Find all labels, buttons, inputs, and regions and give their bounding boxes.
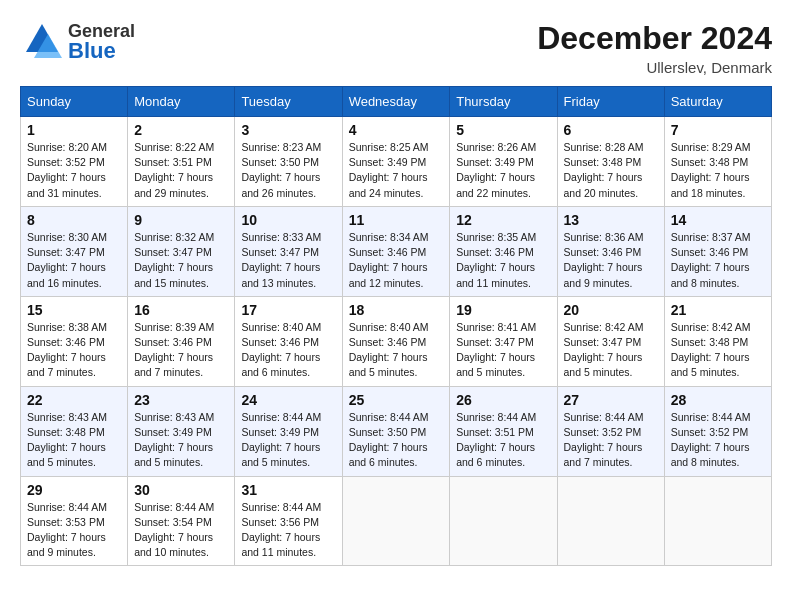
calendar-cell (557, 476, 664, 566)
month-title: December 2024 (537, 20, 772, 57)
weekday-header-thursday: Thursday (450, 87, 557, 117)
weekday-header-wednesday: Wednesday (342, 87, 450, 117)
calendar-cell: 17Sunrise: 8:40 AMSunset: 3:46 PMDayligh… (235, 296, 342, 386)
day-number: 30 (134, 482, 228, 498)
day-number: 17 (241, 302, 335, 318)
day-number: 6 (564, 122, 658, 138)
day-info: Sunrise: 8:32 AMSunset: 3:47 PMDaylight:… (134, 230, 228, 291)
calendar-cell: 21Sunrise: 8:42 AMSunset: 3:48 PMDayligh… (664, 296, 771, 386)
day-info: Sunrise: 8:20 AMSunset: 3:52 PMDaylight:… (27, 140, 121, 201)
day-info: Sunrise: 8:44 AMSunset: 3:56 PMDaylight:… (241, 500, 335, 561)
calendar-cell: 4Sunrise: 8:25 AMSunset: 3:49 PMDaylight… (342, 117, 450, 207)
calendar-cell: 6Sunrise: 8:28 AMSunset: 3:48 PMDaylight… (557, 117, 664, 207)
day-number: 16 (134, 302, 228, 318)
day-info: Sunrise: 8:23 AMSunset: 3:50 PMDaylight:… (241, 140, 335, 201)
day-info: Sunrise: 8:37 AMSunset: 3:46 PMDaylight:… (671, 230, 765, 291)
weekday-header-friday: Friday (557, 87, 664, 117)
day-number: 14 (671, 212, 765, 228)
day-info: Sunrise: 8:33 AMSunset: 3:47 PMDaylight:… (241, 230, 335, 291)
calendar-cell: 12Sunrise: 8:35 AMSunset: 3:46 PMDayligh… (450, 206, 557, 296)
day-info: Sunrise: 8:22 AMSunset: 3:51 PMDaylight:… (134, 140, 228, 201)
day-info: Sunrise: 8:44 AMSunset: 3:54 PMDaylight:… (134, 500, 228, 561)
day-info: Sunrise: 8:44 AMSunset: 3:53 PMDaylight:… (27, 500, 121, 561)
day-info: Sunrise: 8:44 AMSunset: 3:52 PMDaylight:… (671, 410, 765, 471)
calendar-cell: 26Sunrise: 8:44 AMSunset: 3:51 PMDayligh… (450, 386, 557, 476)
day-number: 20 (564, 302, 658, 318)
logo: General Blue (20, 20, 135, 64)
calendar-table: SundayMondayTuesdayWednesdayThursdayFrid… (20, 86, 772, 566)
day-info: Sunrise: 8:40 AMSunset: 3:46 PMDaylight:… (349, 320, 444, 381)
day-number: 15 (27, 302, 121, 318)
calendar-cell: 27Sunrise: 8:44 AMSunset: 3:52 PMDayligh… (557, 386, 664, 476)
calendar-cell: 1Sunrise: 8:20 AMSunset: 3:52 PMDaylight… (21, 117, 128, 207)
day-number: 29 (27, 482, 121, 498)
day-number: 7 (671, 122, 765, 138)
calendar-cell: 28Sunrise: 8:44 AMSunset: 3:52 PMDayligh… (664, 386, 771, 476)
day-info: Sunrise: 8:41 AMSunset: 3:47 PMDaylight:… (456, 320, 550, 381)
weekday-header-monday: Monday (128, 87, 235, 117)
logo-icon (20, 20, 64, 64)
logo-blue-text: Blue (68, 40, 135, 62)
calendar-week-row: 15Sunrise: 8:38 AMSunset: 3:46 PMDayligh… (21, 296, 772, 386)
day-number: 5 (456, 122, 550, 138)
day-info: Sunrise: 8:44 AMSunset: 3:50 PMDaylight:… (349, 410, 444, 471)
location-subtitle: Ullerslev, Denmark (537, 59, 772, 76)
day-number: 9 (134, 212, 228, 228)
day-info: Sunrise: 8:30 AMSunset: 3:47 PMDaylight:… (27, 230, 121, 291)
weekday-header-sunday: Sunday (21, 87, 128, 117)
calendar-cell: 23Sunrise: 8:43 AMSunset: 3:49 PMDayligh… (128, 386, 235, 476)
calendar-cell: 15Sunrise: 8:38 AMSunset: 3:46 PMDayligh… (21, 296, 128, 386)
calendar-cell (664, 476, 771, 566)
day-number: 24 (241, 392, 335, 408)
day-number: 22 (27, 392, 121, 408)
day-number: 2 (134, 122, 228, 138)
day-number: 21 (671, 302, 765, 318)
weekday-header-tuesday: Tuesday (235, 87, 342, 117)
calendar-week-row: 29Sunrise: 8:44 AMSunset: 3:53 PMDayligh… (21, 476, 772, 566)
calendar-cell: 14Sunrise: 8:37 AMSunset: 3:46 PMDayligh… (664, 206, 771, 296)
day-info: Sunrise: 8:44 AMSunset: 3:52 PMDaylight:… (564, 410, 658, 471)
calendar-cell: 7Sunrise: 8:29 AMSunset: 3:48 PMDaylight… (664, 117, 771, 207)
day-number: 13 (564, 212, 658, 228)
day-number: 3 (241, 122, 335, 138)
calendar-cell (450, 476, 557, 566)
day-info: Sunrise: 8:44 AMSunset: 3:51 PMDaylight:… (456, 410, 550, 471)
calendar-cell: 11Sunrise: 8:34 AMSunset: 3:46 PMDayligh… (342, 206, 450, 296)
day-number: 26 (456, 392, 550, 408)
calendar-cell: 10Sunrise: 8:33 AMSunset: 3:47 PMDayligh… (235, 206, 342, 296)
calendar-cell (342, 476, 450, 566)
calendar-cell: 3Sunrise: 8:23 AMSunset: 3:50 PMDaylight… (235, 117, 342, 207)
calendar-cell: 22Sunrise: 8:43 AMSunset: 3:48 PMDayligh… (21, 386, 128, 476)
page-header: General Blue December 2024 Ullerslev, De… (20, 20, 772, 76)
day-info: Sunrise: 8:44 AMSunset: 3:49 PMDaylight:… (241, 410, 335, 471)
day-info: Sunrise: 8:42 AMSunset: 3:47 PMDaylight:… (564, 320, 658, 381)
day-number: 25 (349, 392, 444, 408)
calendar-cell: 29Sunrise: 8:44 AMSunset: 3:53 PMDayligh… (21, 476, 128, 566)
day-number: 12 (456, 212, 550, 228)
title-block: December 2024 Ullerslev, Denmark (537, 20, 772, 76)
logo-label: General Blue (68, 22, 135, 62)
calendar-cell: 31Sunrise: 8:44 AMSunset: 3:56 PMDayligh… (235, 476, 342, 566)
day-info: Sunrise: 8:26 AMSunset: 3:49 PMDaylight:… (456, 140, 550, 201)
calendar-cell: 13Sunrise: 8:36 AMSunset: 3:46 PMDayligh… (557, 206, 664, 296)
calendar-cell: 9Sunrise: 8:32 AMSunset: 3:47 PMDaylight… (128, 206, 235, 296)
day-info: Sunrise: 8:35 AMSunset: 3:46 PMDaylight:… (456, 230, 550, 291)
day-info: Sunrise: 8:39 AMSunset: 3:46 PMDaylight:… (134, 320, 228, 381)
weekday-header-row: SundayMondayTuesdayWednesdayThursdayFrid… (21, 87, 772, 117)
calendar-week-row: 8Sunrise: 8:30 AMSunset: 3:47 PMDaylight… (21, 206, 772, 296)
calendar-week-row: 22Sunrise: 8:43 AMSunset: 3:48 PMDayligh… (21, 386, 772, 476)
calendar-cell: 18Sunrise: 8:40 AMSunset: 3:46 PMDayligh… (342, 296, 450, 386)
day-number: 11 (349, 212, 444, 228)
calendar-cell: 2Sunrise: 8:22 AMSunset: 3:51 PMDaylight… (128, 117, 235, 207)
day-info: Sunrise: 8:25 AMSunset: 3:49 PMDaylight:… (349, 140, 444, 201)
calendar-cell: 19Sunrise: 8:41 AMSunset: 3:47 PMDayligh… (450, 296, 557, 386)
day-info: Sunrise: 8:43 AMSunset: 3:48 PMDaylight:… (27, 410, 121, 471)
day-info: Sunrise: 8:29 AMSunset: 3:48 PMDaylight:… (671, 140, 765, 201)
day-number: 4 (349, 122, 444, 138)
day-info: Sunrise: 8:38 AMSunset: 3:46 PMDaylight:… (27, 320, 121, 381)
calendar-cell: 8Sunrise: 8:30 AMSunset: 3:47 PMDaylight… (21, 206, 128, 296)
day-number: 1 (27, 122, 121, 138)
day-info: Sunrise: 8:43 AMSunset: 3:49 PMDaylight:… (134, 410, 228, 471)
calendar-week-row: 1Sunrise: 8:20 AMSunset: 3:52 PMDaylight… (21, 117, 772, 207)
calendar-cell: 16Sunrise: 8:39 AMSunset: 3:46 PMDayligh… (128, 296, 235, 386)
